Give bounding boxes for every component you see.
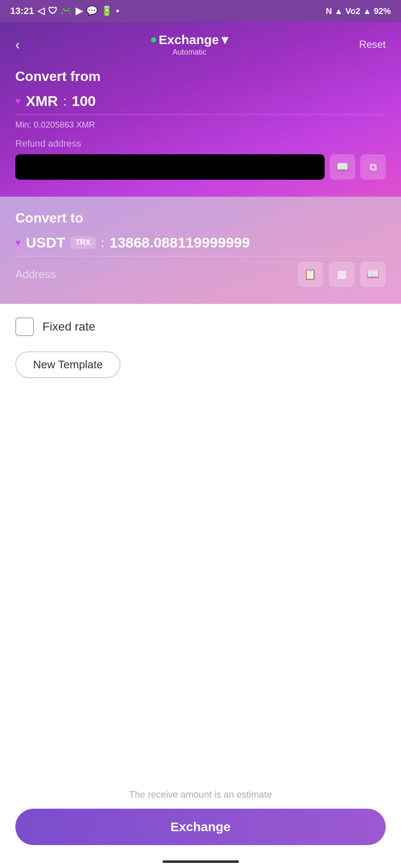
vowifi-icon: Vo2 <box>345 6 360 16</box>
header-title-row: Exchange ▾ <box>151 32 228 47</box>
chevron-down-icon: ▾ <box>222 32 228 47</box>
min-amount-label: Min: 0.0205863 XMR <box>15 120 386 130</box>
refund-address-input[interactable] <box>15 154 325 180</box>
reset-button[interactable]: Reset <box>359 39 386 50</box>
battery-icon: 92% <box>374 6 391 16</box>
wechat-icon: 💬 <box>86 6 98 17</box>
page-title: Exchange <box>159 33 219 47</box>
fixed-rate-checkbox[interactable] <box>15 317 34 336</box>
to-book-icon: 📖 <box>367 268 379 280</box>
fixed-rate-row: Fixed rate <box>15 317 386 336</box>
signal-bars-icon: ▲ <box>363 6 371 16</box>
refund-address-row: 📖 ⧉ <box>15 154 386 180</box>
convert-from-section: ‹ Exchange ▾ Automatic Reset Convert fro… <box>0 22 401 197</box>
copy-icon: ⧉ <box>370 161 377 173</box>
exchange-button[interactable]: Exchange <box>15 809 386 845</box>
from-divider <box>15 114 386 115</box>
convert-to-label: Convert to <box>15 210 386 226</box>
online-dot <box>151 37 156 42</box>
wifi-icon: ▲ <box>334 6 343 16</box>
qr-icon: ▦ <box>337 268 347 280</box>
to-currency-row: ♥ USDT TRX : 13868.088119999999 <box>15 234 386 251</box>
signal-icon: ◁ <box>37 6 45 17</box>
shield-icon: 🛡 <box>48 6 57 17</box>
to-currency-chevron-icon[interactable]: ♥ <box>15 237 21 248</box>
from-separator: : <box>63 94 67 108</box>
back-button[interactable]: ‹ <box>15 38 20 51</box>
battery-small-icon: 🔋 <box>101 6 112 17</box>
book-button[interactable]: 📖 <box>330 154 355 180</box>
fixed-rate-label: Fixed rate <box>42 320 95 334</box>
to-divider <box>15 256 386 256</box>
to-amount: 13868.088119999999 <box>109 234 250 251</box>
qr-scan-button[interactable]: ▦ <box>329 262 354 287</box>
nfc-icon: N <box>326 6 332 16</box>
refund-address-label: Refund address <box>15 138 386 149</box>
to-address-row: Address 📋 ▦ 📖 <box>15 262 386 287</box>
paste-icon: 📋 <box>304 268 317 280</box>
to-currency-badge[interactable]: TRX <box>70 236 96 249</box>
home-indicator <box>0 855 401 868</box>
youtube-icon: ▶ <box>76 6 83 17</box>
new-template-button[interactable]: New Template <box>15 351 121 378</box>
to-separator: : <box>101 236 104 250</box>
estimate-text: The receive amount is an estimate <box>15 789 386 800</box>
book-icon: 📖 <box>336 161 349 173</box>
status-bar: 13:21 ◁ 🛡 🎮 ▶ 💬 🔋 • N ▲ Vo2 ▲ 92% <box>0 0 401 22</box>
from-currency-row: ♥ XMR : 100 <box>15 93 386 109</box>
to-address-placeholder[interactable]: Address <box>15 268 292 281</box>
currency-chevron-icon[interactable]: ♥ <box>15 96 21 107</box>
convert-from-label: Convert from <box>15 69 386 84</box>
from-currency-name[interactable]: XMR <box>26 93 58 109</box>
paste-button[interactable]: 📋 <box>297 262 323 287</box>
from-amount[interactable]: 100 <box>72 93 96 109</box>
to-currency-name[interactable]: USDT <box>26 234 65 251</box>
header-center: Exchange ▾ Automatic <box>151 32 228 57</box>
white-section: Fixed rate New Template The receive amou… <box>0 304 401 855</box>
header-subtitle: Automatic <box>172 48 206 57</box>
status-time: 13:21 <box>10 6 34 17</box>
home-bar <box>163 860 239 863</box>
status-left: 13:21 ◁ 🛡 🎮 ▶ 💬 🔋 • <box>10 6 119 17</box>
dot-icon: • <box>116 6 119 17</box>
game-icon: 🎮 <box>61 6 72 17</box>
convert-to-section: Convert to ♥ USDT TRX : 13868.0881199999… <box>0 197 401 304</box>
copy-button[interactable]: ⧉ <box>360 154 386 180</box>
to-book-button[interactable]: 📖 <box>360 262 386 287</box>
spacer <box>15 395 386 789</box>
header-bar: ‹ Exchange ▾ Automatic Reset <box>15 22 386 69</box>
status-right: N ▲ Vo2 ▲ 92% <box>326 6 391 16</box>
